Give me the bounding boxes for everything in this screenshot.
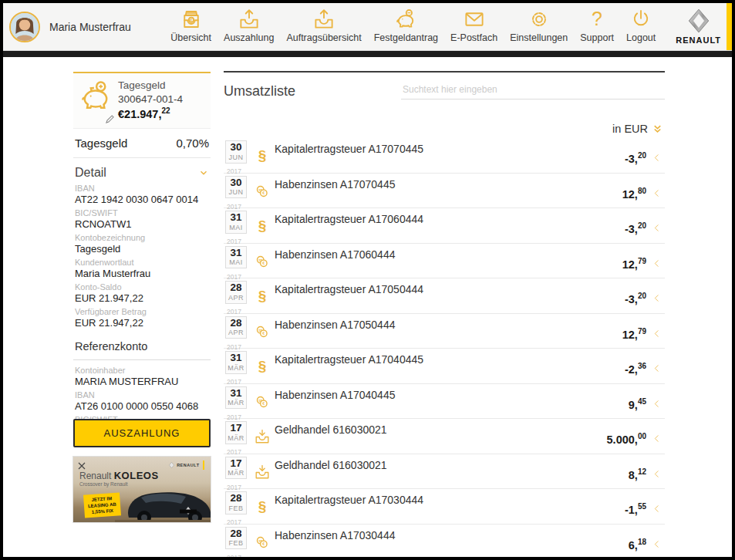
coins-icon: € — [254, 329, 271, 342]
coins-icon: € — [254, 400, 271, 413]
account-balance: €21.947,22 — [118, 106, 183, 122]
chevron-left-icon[interactable] — [652, 292, 662, 302]
nav-item-einstellungen[interactable]: Einstellungen — [504, 8, 574, 43]
nav-item-e-postfach[interactable]: E-Postfach — [444, 8, 504, 43]
transaction-description: Geldhandel 616030021 — [275, 423, 387, 436]
nav-item--bersicht[interactable]: € Übersicht — [164, 8, 217, 43]
transaction-row[interactable]: 17 MÄR 2017 Geldhandel 616030021 5.000,0… — [224, 419, 665, 454]
transaction-date: 17 MÄR — [225, 457, 247, 480]
transaction-row[interactable]: 30 JUN 2017 € Habenzinsen A17070445 12,8… — [224, 174, 665, 209]
transaction-amount: -1,55 — [625, 502, 646, 516]
nav-item-support[interactable]: ? Support — [574, 8, 620, 43]
field-label: IBAN — [75, 184, 209, 193]
header-divider-bar — [3, 51, 732, 57]
paragraph-icon: § — [258, 358, 267, 374]
transaction-row[interactable]: 28 APR 2017 § Kapitalertragsteuer A17050… — [224, 278, 665, 314]
drawer-euro-icon: € — [180, 8, 203, 31]
date-day: 28 — [226, 528, 246, 540]
envelope-icon — [463, 8, 486, 31]
transaction-amount: 12,79 — [622, 327, 646, 341]
rate-label: Tagesgeld — [75, 137, 127, 150]
transaction-row[interactable]: 17 MÄR 2017 Geldhandel 616030021 8,12 — [224, 454, 665, 490]
detail-field: IBAN AT26 0100 0000 0550 4068 — [73, 388, 211, 413]
field-label: Konto-Saldo — [75, 282, 209, 292]
chevron-left-icon[interactable] — [652, 152, 662, 162]
nav-item-label: Auszahlung — [224, 32, 274, 43]
chevron-left-icon[interactable] — [652, 503, 662, 513]
field-value: AT22 1942 0030 0647 0014 — [75, 194, 209, 205]
currency-label: in EUR — [612, 123, 648, 135]
date-month: MÄR — [226, 434, 246, 442]
transaction-row[interactable]: 28 APR 2017 € Habenzinsen A17050444 12,7… — [224, 314, 665, 349]
transaction-date: 28 APR — [225, 316, 247, 339]
nav-item-logout[interactable]: Logout — [620, 8, 662, 43]
nav-item-auftrags-bersicht[interactable]: Auftragsübersicht — [280, 8, 367, 43]
date-day: 31 — [226, 388, 246, 400]
transaction-row[interactable]: 28 FEB 2017 € Habenzinsen A17030444 6,18 — [224, 525, 665, 560]
sidebar: Tagesgeld 300647-001-4 €21.947,22 Tagesg… — [73, 72, 211, 437]
svg-text:€: € — [262, 541, 265, 546]
date-day: 17 — [226, 423, 246, 434]
transaction-row[interactable]: 28 FEB 2017 § Kapitalertragsteuer A17030… — [224, 489, 665, 525]
field-value: EUR 21.947,22 — [75, 292, 209, 304]
transaction-row[interactable]: 31 MAI 2017 € Habenzinsen A17060444 12,7… — [224, 244, 665, 279]
search-input[interactable] — [401, 82, 665, 100]
svg-text:€: € — [262, 331, 265, 336]
date-day: 28 — [226, 318, 246, 329]
account-card[interactable]: Tagesgeld 300647-001-4 €21.947,22 — [73, 72, 211, 128]
chevron-left-icon[interactable] — [652, 468, 662, 478]
payout-button[interactable]: AUSZAHLUNG — [73, 419, 211, 447]
transaction-description: Habenzinsen A17050444 — [275, 319, 395, 331]
app-window: Maria Musterfrau € Übersicht Auszahlung … — [0, 0, 735, 560]
chevron-left-icon[interactable] — [652, 328, 662, 338]
chevron-left-icon[interactable] — [652, 538, 662, 548]
paragraph-icon: § — [258, 147, 267, 164]
field-label: Kontobezeichnung — [75, 233, 209, 242]
chevron-left-icon[interactable] — [652, 258, 662, 268]
transaction-amount: -3,20 — [625, 221, 646, 235]
chevron-left-icon[interactable] — [652, 187, 662, 197]
svg-text:€: € — [262, 261, 265, 265]
nav-item-auszahlung[interactable]: Auszahlung — [217, 8, 280, 43]
currency-sort[interactable]: in EUR — [224, 123, 665, 135]
car-image — [115, 477, 211, 522]
date-day: 31 — [226, 212, 246, 224]
detail-fields: IBAN AT22 1942 0030 0647 0014BIC/SWIFT R… — [73, 181, 211, 329]
transaction-amount: -2,36 — [625, 362, 646, 376]
rate-value: 0,70% — [176, 137, 209, 150]
ad-renault-logo: RENAULT — [168, 460, 204, 470]
transaction-row[interactable]: 31 MÄR 2017 § Kapitalertragsteuer A17040… — [224, 349, 665, 384]
close-icon[interactable] — [77, 460, 86, 469]
nav-item-festgeldantrag[interactable]: Festgeldantrag — [368, 8, 444, 43]
chevron-left-icon[interactable] — [652, 433, 662, 443]
detail-field: Verfügbarer Betrag EUR 21.947,22 — [73, 305, 211, 329]
page-title: Umsatzliste — [224, 83, 295, 100]
transaction-date: 31 MÄR — [225, 351, 247, 374]
edit-pencil-icon[interactable] — [105, 113, 115, 123]
field-value: RCNOATW1 — [75, 218, 209, 230]
chevron-left-icon[interactable] — [652, 363, 662, 373]
nav-item-label: Festgeldantrag — [374, 32, 438, 43]
transaction-row[interactable]: 30 JUN 2017 § Kapitalertragsteuer A17070… — [224, 138, 665, 174]
transaction-row[interactable]: 31 MÄR 2017 € Habenzinsen A17040445 9,45 — [224, 384, 665, 420]
chevron-left-icon[interactable] — [652, 222, 662, 232]
detail-field: Kontobezeichnung Tagesgeld — [73, 231, 211, 255]
nav-item-label: Einstellungen — [510, 32, 568, 43]
transaction-amount: 6,18 — [629, 538, 646, 552]
date-month: MÄR — [226, 399, 246, 407]
field-label: Verfügbarer Betrag — [75, 307, 209, 316]
transaction-description: Habenzinsen A17040445 — [275, 389, 395, 401]
ad-banner[interactable]: Renault KOLEOS Crossover by Renault RENA… — [73, 457, 211, 522]
transaction-amount: 12,80 — [622, 187, 646, 201]
chevron-left-icon[interactable] — [652, 398, 662, 408]
svg-text:?: ? — [592, 8, 602, 29]
transaction-description: Habenzinsen A17060444 — [275, 248, 395, 261]
chevron-down-icon — [198, 167, 209, 178]
paragraph-icon: § — [258, 218, 267, 234]
transaction-row[interactable]: 31 MAI 2017 § Kapitalertragsteuer A17060… — [224, 208, 665, 244]
field-value: Tagesgeld — [75, 243, 209, 255]
renault-logo: RENAULT — [676, 7, 721, 46]
detail-section-header[interactable]: Detail — [73, 158, 211, 181]
field-label: IBAN — [75, 390, 209, 400]
field-value: AT26 0100 0000 0550 4068 — [75, 400, 209, 412]
